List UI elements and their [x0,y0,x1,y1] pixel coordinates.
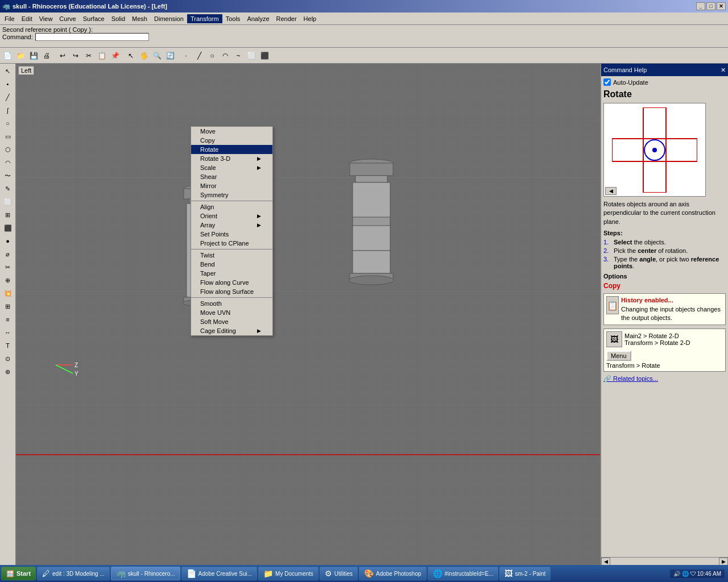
menu-mirror[interactable]: Mirror [191,181,272,190]
option-copy[interactable]: Copy [603,282,726,290]
maximize-button[interactable]: □ [706,2,715,10]
menu-bend[interactable]: Bend [191,260,272,269]
related-topics-link[interactable]: 🔗 Related topics... [603,375,658,382]
scroll-left-btn[interactable]: ◀ [601,558,610,566]
solid-button[interactable]: ⬛ [258,49,271,62]
menu-symmetry[interactable]: Symmetry [191,190,272,199]
menu-flow-surface[interactable]: Flow along Surface [191,287,272,296]
menu-render[interactable]: Render [273,14,300,23]
taskbar-item-6[interactable]: 🌐 #instructableId=E... [428,567,499,580]
circle-tool[interactable]: ○ [2,117,14,130]
menu-file[interactable]: File [1,14,18,23]
menu-solid[interactable]: Solid [108,14,129,23]
menu-array[interactable]: Array ▶ [191,221,272,230]
save-button[interactable]: 💾 [27,49,40,62]
menu-smooth[interactable]: Smooth [191,299,272,308]
line-button[interactable]: ╱ [193,49,205,62]
pan-button[interactable]: 🖐 [138,49,150,62]
menu-cage-editing[interactable]: Cage Editing ▶ [191,326,272,335]
surface-tool[interactable]: ⬜ [2,196,14,208]
curve-button[interactable]: ~ [232,49,245,62]
polygon-tool[interactable]: ⬡ [2,143,14,156]
snap-tool[interactable]: ⊙ [2,352,14,365]
menu-scale[interactable]: Scale ▶ [191,163,272,172]
menu-view[interactable]: View [36,14,56,23]
dimension-tool[interactable]: ↔ [2,326,14,339]
menu-align[interactable]: Align [191,202,272,211]
menu-copy[interactable]: Copy [191,136,272,145]
menu-transform[interactable]: Transform [187,14,222,23]
menu-taper[interactable]: Taper [191,269,272,278]
line-tool[interactable]: ╱ [2,91,14,103]
layer-tool[interactable]: ≡ [2,313,14,326]
menu-dimension[interactable]: Dimension [151,14,187,23]
rectangle-tool[interactable]: ▭ [2,130,14,143]
freeform-tool[interactable]: ✎ [2,182,14,195]
menu-rotate[interactable]: Rotate [191,145,272,154]
taskbar-item-1[interactable]: 🦏 skull - Rhinocero... [111,567,180,580]
arc-tool[interactable]: ◠ [2,156,14,169]
menu-project-cplane[interactable]: Project to CPlane [191,239,272,248]
close-button[interactable]: ✕ [717,2,726,10]
rotate-view-button[interactable]: 🔄 [164,49,176,62]
copy-button[interactable]: 📋 [96,49,108,62]
menu-move-uvn[interactable]: Move UVN [191,308,272,317]
menu-twist[interactable]: Twist [191,251,272,260]
menu-button[interactable]: Menu [606,351,631,361]
paste-button[interactable]: 📌 [109,49,121,62]
text-tool[interactable]: T [2,339,14,352]
menu-curve[interactable]: Curve [56,14,79,23]
redo-button[interactable]: ↪ [69,49,82,62]
command-input[interactable] [35,33,149,41]
taskbar-item-7[interactable]: 🖼 sm-2 - Paint [499,567,551,580]
new-button[interactable]: 📄 [1,49,14,62]
taskbar-item-0[interactable]: 🖊 edit : 3D Modeling ... [37,567,110,580]
point-tool[interactable]: • [2,78,14,90]
start-button[interactable]: 🪟 Start [1,567,36,580]
undo-button[interactable]: ↩ [56,49,69,62]
explode-tool[interactable]: 💥 [2,287,14,300]
arc-button[interactable]: ◠ [219,49,231,62]
menu-set-points[interactable]: Set Points [191,230,272,239]
point-button[interactable]: · [180,49,192,62]
menu-shear[interactable]: Shear [191,172,272,181]
group-tool[interactable]: ⊞ [2,300,14,313]
solid-sphere-tool[interactable]: ● [2,235,14,247]
surface-button[interactable]: ⬜ [245,49,258,62]
print-button[interactable]: 🖨 [40,49,53,62]
menu-flow-curve[interactable]: Flow along Curve [191,278,272,287]
cut-button[interactable]: ✂ [82,49,95,62]
menu-move[interactable]: Move [191,127,272,136]
taskbar-item-3[interactable]: 📁 My Documents [258,567,318,580]
taskbar-item-2[interactable]: 📄 Adobe Creative Sui... [181,567,258,580]
open-button[interactable]: 📁 [14,49,27,62]
taskbar-item-4[interactable]: ⚙ Utilities [320,567,358,580]
menu-orient[interactable]: Orient ▶ [191,211,272,221]
auto-update-checkbox[interactable] [603,78,611,86]
mesh-tool[interactable]: ⊞ [2,209,14,221]
transform-dropdown-menu[interactable]: Move Copy Rotate Rotate 3-D ▶ Scale ▶ Sh… [191,126,273,336]
select-tool[interactable]: ↖ [2,65,14,77]
join-tool[interactable]: ⊕ [2,274,14,286]
menu-help[interactable]: Help [300,14,320,23]
scroll-right-btn[interactable]: ▶ [719,558,728,566]
menu-analyze[interactable]: Analyze [243,14,272,23]
menu-tools[interactable]: Tools [222,14,244,23]
menu-rotate-3d[interactable]: Rotate 3-D ▶ [191,154,272,163]
right-panel-close[interactable]: ✕ [721,66,726,74]
curve-tool[interactable]: ∫ [2,104,14,117]
circle-button[interactable]: ○ [206,49,218,62]
trim-tool[interactable]: ✂ [2,261,14,273]
menu-surface[interactable]: Surface [80,14,108,23]
viewport[interactable]: Left [16,64,600,565]
select-button[interactable]: ↖ [125,49,137,62]
menu-mesh[interactable]: Mesh [129,14,151,23]
minimize-button[interactable]: _ [696,2,705,10]
menu-edit[interactable]: Edit [18,14,36,23]
solid-cylinder-tool[interactable]: ⌀ [2,248,14,260]
menu-soft-move[interactable]: Soft Move [191,317,272,326]
diagram-nav-btn[interactable]: ◀ [605,187,617,195]
zoom-button[interactable]: 🔍 [151,49,163,62]
osnap-tool[interactable]: ⊛ [2,365,14,378]
spline-tool[interactable]: 〜 [2,169,14,182]
